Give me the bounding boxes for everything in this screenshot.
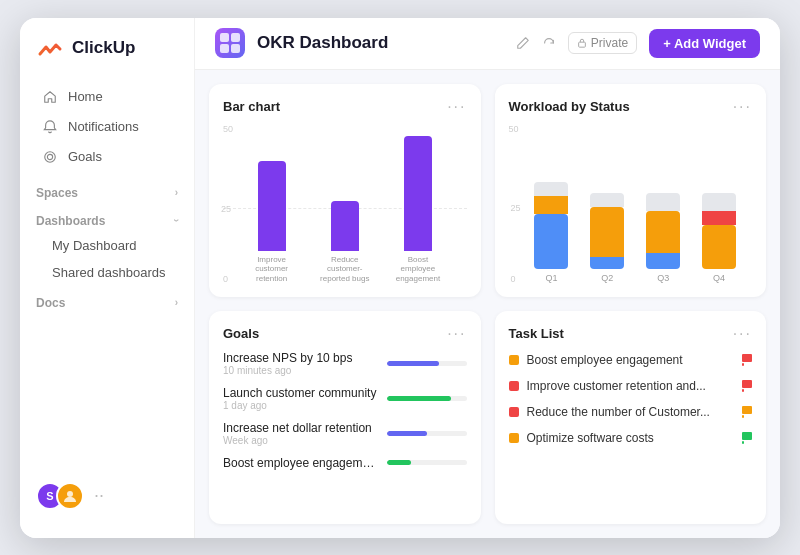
shared-dashboards-label: Shared dashboards xyxy=(52,265,165,280)
bar-chart-header: Bar chart ··· xyxy=(223,98,467,116)
avatar-group: S xyxy=(36,482,84,510)
task-item-3[interactable]: Optimize software costs xyxy=(509,429,753,447)
sidebar-item-notifications[interactable]: Notifications xyxy=(26,112,188,142)
bar-label-0: Improve customerretention xyxy=(243,255,300,284)
bar-chart-area: 50 25 0 Improve customerretention xyxy=(223,124,467,284)
task-list-header: Task List ··· xyxy=(509,325,753,343)
task-dot-0 xyxy=(509,355,519,365)
clickup-logo-icon xyxy=(36,34,64,62)
bar-0 xyxy=(258,161,286,251)
sidebar-section-docs[interactable]: Docs › xyxy=(20,286,194,314)
sidebar-item-goals-label: Goals xyxy=(68,149,102,164)
spaces-label: Spaces xyxy=(36,186,78,200)
svg-point-2 xyxy=(67,491,73,497)
stacked-bar-q1-bar xyxy=(534,182,568,269)
privacy-badge[interactable]: Private xyxy=(568,32,637,54)
target-icon xyxy=(42,149,58,165)
nav-section-main: Home Notifications Goals xyxy=(20,78,194,176)
y-axis-50: 50 xyxy=(223,124,467,134)
workload-y-0: 0 xyxy=(511,274,516,284)
more-icon: ·· xyxy=(94,485,104,506)
logo-area: ClickUp xyxy=(20,34,194,78)
goals-list: Increase NPS by 10 bps 10 minutes ago La… xyxy=(223,351,467,510)
task-dot-1 xyxy=(509,381,519,391)
task-flag-3 xyxy=(742,432,752,444)
task-item-1[interactable]: Improve customer retention and... xyxy=(509,377,753,395)
task-list-menu[interactable]: ··· xyxy=(733,325,752,343)
stacked-bar-q3: Q3 xyxy=(646,193,680,283)
bar-chart-menu[interactable]: ··· xyxy=(447,98,466,116)
dashboards-label: Dashboards xyxy=(36,214,105,228)
q1-seg-gray xyxy=(534,182,568,196)
sidebar-item-my-dashboard[interactable]: My Dashboard xyxy=(20,232,194,259)
task-dot-2 xyxy=(509,407,519,417)
topbar: OKR Dashboard Private + Add Widget xyxy=(195,18,780,70)
sidebar-item-shared-dashboards[interactable]: Shared dashboards xyxy=(20,259,194,286)
goal-name-2: Increase net dollar retention xyxy=(223,421,379,435)
task-item-0[interactable]: Boost employee engagement xyxy=(509,351,753,369)
goal-name-3: Boost employee engagement xyxy=(223,456,379,470)
goal-track-0 xyxy=(387,361,467,366)
refresh-button[interactable] xyxy=(542,36,556,50)
task-name-0: Boost employee engagement xyxy=(527,353,735,367)
sidebar-item-home-label: Home xyxy=(68,89,103,104)
q1-seg-yellow xyxy=(534,196,568,214)
q3-seg-blue xyxy=(646,253,680,269)
task-list-title: Task List xyxy=(509,326,564,341)
stacked-bar-q2-bar xyxy=(590,193,624,269)
goal-track-3 xyxy=(387,460,467,465)
edit-button[interactable] xyxy=(516,36,530,50)
task-item-2[interactable]: Reduce the number of Customer... xyxy=(509,403,753,421)
goals-title: Goals xyxy=(223,326,259,341)
sidebar-item-home[interactable]: Home xyxy=(26,82,188,112)
bar-label-1: Reduce customer-reported bugs xyxy=(316,255,373,284)
bar-group-0: Improve customerretention xyxy=(243,161,300,284)
task-flag-2 xyxy=(742,406,752,418)
dashboard-icon xyxy=(215,28,245,58)
task-name-2: Reduce the number of Customer... xyxy=(527,405,735,419)
goal-item-3: Boost employee engagement xyxy=(223,456,467,470)
svg-rect-11 xyxy=(742,441,744,444)
svg-rect-7 xyxy=(742,389,744,392)
add-widget-button[interactable]: + Add Widget xyxy=(649,29,760,58)
bar-group-2: Boost employeeengagement xyxy=(389,136,446,284)
goal-fill-3 xyxy=(387,460,411,465)
sidebar-section-spaces[interactable]: Spaces › xyxy=(20,176,194,204)
goal-info-1: Launch customer community 1 day ago xyxy=(223,386,379,411)
svg-rect-5 xyxy=(742,363,744,366)
goal-info-2: Increase net dollar retention Week ago xyxy=(223,421,379,446)
stacked-bars-container: Q1 Q2 xyxy=(509,136,753,283)
bell-icon xyxy=(42,119,58,135)
goal-time-1: 1 day ago xyxy=(223,400,379,411)
workload-widget: Workload by Status ··· 50 25 0 xyxy=(495,84,767,297)
task-name-1: Improve customer retention and... xyxy=(527,379,735,393)
stacked-bar-q1: Q1 xyxy=(534,182,568,283)
q2-seg-blue xyxy=(590,257,624,269)
svg-rect-10 xyxy=(742,432,752,440)
q1-label: Q1 xyxy=(545,273,557,283)
bar-label-2: Boost employeeengagement xyxy=(389,255,446,284)
logo-text: ClickUp xyxy=(72,38,135,58)
q2-seg-gray xyxy=(590,193,624,207)
sidebar: ClickUp Home Notifications Goals xyxy=(20,18,195,538)
goals-menu[interactable]: ··· xyxy=(447,325,466,343)
page-title: OKR Dashboard xyxy=(257,33,504,53)
svg-rect-8 xyxy=(742,406,752,414)
sidebar-section-dashboards[interactable]: Dashboards › xyxy=(20,204,194,232)
sidebar-item-notifications-label: Notifications xyxy=(68,119,139,134)
sidebar-item-goals[interactable]: Goals xyxy=(26,142,188,172)
workload-y-25: 25 xyxy=(511,203,521,213)
q4-seg-red xyxy=(702,211,736,225)
home-icon xyxy=(42,89,58,105)
sidebar-bottom: S ·· xyxy=(20,470,194,522)
goal-track-2 xyxy=(387,431,467,436)
workload-menu[interactable]: ··· xyxy=(733,98,752,116)
bar-chart-title: Bar chart xyxy=(223,99,280,114)
avatar-2 xyxy=(56,482,84,510)
my-dashboard-label: My Dashboard xyxy=(52,238,137,253)
task-list-widget: Task List ··· Boost employee engagement … xyxy=(495,311,767,524)
svg-rect-3 xyxy=(578,42,585,47)
q2-seg-yellow xyxy=(590,207,624,257)
goal-name-1: Launch customer community xyxy=(223,386,379,400)
svg-rect-6 xyxy=(742,380,752,388)
